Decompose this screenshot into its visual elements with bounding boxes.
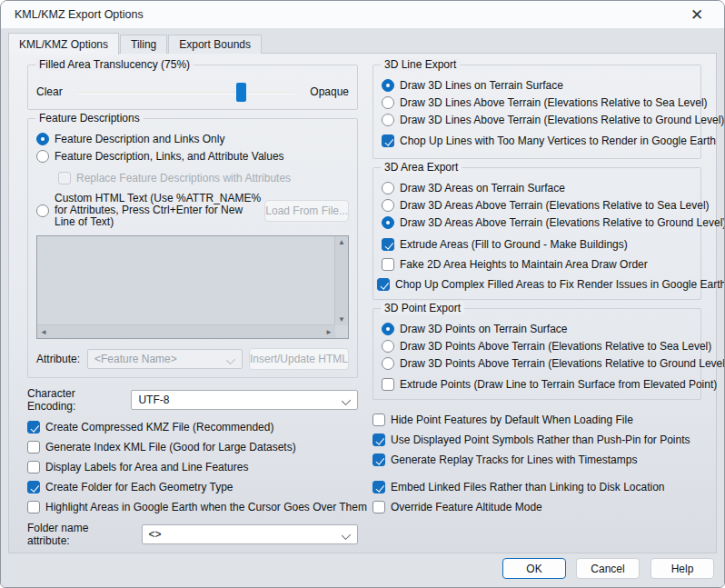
help-button[interactable]: Help: [651, 558, 714, 579]
scroll-left-icon[interactable]: ◄: [40, 328, 47, 336]
radio-on-icon: [382, 323, 394, 335]
tab-strip: KML/KMZ Options Tiling Export Bounds: [8, 32, 263, 54]
checkbox-unchecked-icon: [382, 378, 394, 391]
tab-tiling[interactable]: Tiling: [120, 35, 167, 54]
vertical-scrollbar[interactable]: ▲ ▼: [334, 236, 348, 325]
checkbox-checked-icon: [372, 481, 385, 493]
checkbox-unchecked-icon: [382, 258, 394, 271]
character-encoding-combo[interactable]: UTF-8: [131, 390, 358, 410]
left-column: Filled Area Translucency (75%) Clear Opa…: [27, 65, 358, 547]
checkbox-checked-icon: [382, 238, 394, 251]
folder-name-attribute-combo[interactable]: <>: [142, 524, 358, 544]
tab-export-bounds[interactable]: Export Bounds: [168, 35, 262, 54]
radio-label: Feature Description and Links Only: [55, 133, 224, 145]
radio-off-icon: [382, 96, 394, 109]
checkbox-highlight-areas[interactable]: Highlight Areas in Google Earth when the…: [27, 500, 358, 514]
checkbox-fake-2d-area-heights[interactable]: Fake 2D Area Heights to Maintain Area Dr…: [382, 257, 692, 272]
radio-label: Draw 3D Points Above Terrain (Elevations…: [400, 340, 711, 353]
checkbox-create-folder-per-geometry[interactable]: Create Folder for Each Geometry Type: [27, 480, 358, 494]
scroll-up-icon[interactable]: ▲: [338, 238, 345, 246]
cancel-button[interactable]: Cancel: [576, 558, 640, 579]
horizontal-scrollbar[interactable]: ◄ ►: [37, 324, 335, 338]
close-icon[interactable]: ✕: [682, 1, 711, 28]
radio-3d-lines-above-ground-level[interactable]: Draw 3D Lines Above Terrain (Elevations …: [382, 113, 692, 127]
tab-page: Filled Area Translucency (75%) Clear Opa…: [8, 53, 717, 553]
right-column: 3D Line Export Draw 3D Lines on Terrain …: [372, 65, 701, 520]
checkbox-label: Fake 2D Area Heights to Maintain Area Dr…: [400, 258, 648, 271]
folder-name-attribute-label: Folder name attribute:: [27, 522, 134, 547]
checkbox-label: Hide Point Features by Default When Load…: [391, 414, 633, 426]
translucency-group: Filled Area Translucency (75%) Clear Opa…: [27, 65, 358, 110]
checkbox-checked-icon: [27, 421, 40, 434]
checkbox-display-labels[interactable]: Display Labels for Area and Line Feature…: [27, 460, 358, 474]
checkbox-create-compressed-kmz[interactable]: Create Compressed KMZ File (Recommended): [27, 420, 358, 434]
radio-label: Draw 3D Lines Above Terrain (Elevations …: [400, 114, 724, 126]
point-export-group: 3D Point Export Draw 3D Points on Terrai…: [372, 308, 701, 400]
area-export-group: 3D Area Export Draw 3D Areas on Terrain …: [372, 167, 701, 300]
translucency-slider-row: Clear Opaque: [36, 80, 349, 104]
scroll-down-icon[interactable]: ▼: [338, 315, 345, 324]
character-encoding-label: Character Encoding:: [27, 387, 122, 413]
checkbox-label: Replace Feature Descriptions with Attrib…: [76, 172, 291, 184]
checkbox-generate-index-kml[interactable]: Generate Index KML File (Good for Large …: [27, 440, 358, 454]
radio-3d-lines-terrain-surface[interactable]: Draw 3D Lines on Terrain Surface: [382, 78, 692, 93]
ok-button[interactable]: OK: [502, 558, 566, 579]
custom-html-textarea: ▲ ▼ ◄ ►: [36, 235, 349, 339]
radio-label: Draw 3D Points on Terrain Surface: [400, 323, 568, 335]
checkbox-label: Create Compressed KMZ File (Recommended): [45, 421, 273, 434]
chevron-down-icon: [226, 355, 235, 364]
radio-3d-points-terrain-surface[interactable]: Draw 3D Points on Terrain Surface: [382, 322, 692, 336]
radio-feature-desc-links-attrs[interactable]: Feature Description, Links, and Attribut…: [36, 149, 349, 164]
radio-3d-areas-terrain-surface[interactable]: Draw 3D Areas on Terrain Surface: [382, 181, 692, 195]
radio-3d-areas-above-ground-level[interactable]: Draw 3D Areas Above Terrain (Elevations …: [382, 215, 692, 230]
translucency-slider[interactable]: [77, 91, 296, 94]
point-export-group-title: 3D Point Export: [381, 302, 464, 314]
radio-label: Draw 3D Points Above Terrain (Elevations…: [400, 357, 725, 370]
checkbox-unchecked-icon: [27, 441, 40, 453]
tab-kml-kmz-options[interactable]: KML/KMZ Options: [8, 33, 119, 55]
radio-3d-areas-above-sea-level[interactable]: Draw 3D Areas Above Terrain (Elevations …: [382, 198, 692, 213]
insert-update-html-button: Insert/Update HTML: [249, 348, 349, 370]
checkbox-label: Generate Index KML File (Good for Large …: [45, 441, 296, 453]
radio-label: Draw 3D Areas Above Terrain (Elevations …: [400, 199, 710, 212]
checkbox-extrude-points[interactable]: Extrude Points (Draw Line to Terrain Sur…: [382, 377, 692, 392]
button-bar: OK Cancel Help: [1, 552, 724, 587]
folder-name-attribute-value: <>: [149, 528, 162, 541]
checkbox-generate-replay-tracks[interactable]: Generate Replay Tracks for Lines with Ti…: [372, 453, 701, 467]
checkbox-checked-icon: [372, 434, 385, 446]
radio-3d-points-above-sea-level[interactable]: Draw 3D Points Above Terrain (Elevations…: [382, 339, 692, 354]
translucency-group-title: Filled Area Translucency (75%): [35, 58, 194, 71]
checkbox-embed-linked-files[interactable]: Embed Linked Files Rather than Linking t…: [372, 480, 701, 494]
scroll-right-icon[interactable]: ►: [325, 328, 333, 336]
load-from-file-button: Load From File...: [264, 200, 349, 222]
radio-3d-lines-above-sea-level[interactable]: Draw 3D Lines Above Terrain (Elevations …: [382, 95, 692, 110]
chevron-down-icon: [342, 396, 351, 405]
checkbox-chop-up-lines[interactable]: Chop Up Lines with Too Many Vertices to …: [382, 134, 692, 148]
window-title: KML/KMZ Export Options: [15, 8, 144, 21]
checkbox-chop-up-complex-areas[interactable]: Chop Up Complex Filled Areas to Fix Rend…: [377, 277, 692, 292]
checkbox-label: Highlight Areas in Google Earth when the…: [45, 501, 367, 513]
checkbox-extrude-areas[interactable]: Extrude Areas (Fill to Ground - Make Bui…: [382, 237, 692, 252]
radio-off-icon: [382, 114, 394, 126]
radio-label: Draw 3D Areas on Terrain Surface: [400, 182, 565, 194]
radio-off-icon: [382, 199, 394, 212]
checkbox-checked-icon: [377, 278, 390, 291]
radio-on-icon: [382, 216, 394, 229]
radio-feature-desc-links-only[interactable]: Feature Description and Links Only: [36, 132, 349, 146]
checkbox-use-displayed-point-symbols[interactable]: Use Displayed Point Symbols Rather than …: [372, 433, 701, 447]
right-checkboxes: Hide Point Features by Default When Load…: [372, 413, 701, 514]
radio-3d-points-above-ground-level[interactable]: Draw 3D Points Above Terrain (Elevations…: [382, 356, 692, 371]
radio-on-icon: [36, 133, 49, 145]
attribute-label: Attribute:: [36, 353, 80, 365]
slider-opaque-label: Opaque: [310, 85, 349, 98]
chevron-down-icon: [342, 531, 351, 540]
slider-thumb[interactable]: [236, 83, 246, 102]
checkbox-label: Chop Up Complex Filled Areas to Fix Rend…: [395, 278, 725, 291]
radio-custom-html-text[interactable]: Custom HTML Text (Use %ATTR_NAME% for At…: [36, 193, 349, 228]
radio-off-icon: [36, 204, 49, 217]
folder-name-attribute-row: Folder name attribute: <>: [27, 522, 358, 547]
line-export-group: 3D Line Export Draw 3D Lines on Terrain …: [372, 65, 701, 159]
character-encoding-value: UTF-8: [138, 394, 169, 406]
checkbox-override-feature-altitude-mode[interactable]: Override Feature Altitude Mode: [372, 500, 701, 514]
checkbox-hide-point-features[interactable]: Hide Point Features by Default When Load…: [372, 413, 701, 427]
